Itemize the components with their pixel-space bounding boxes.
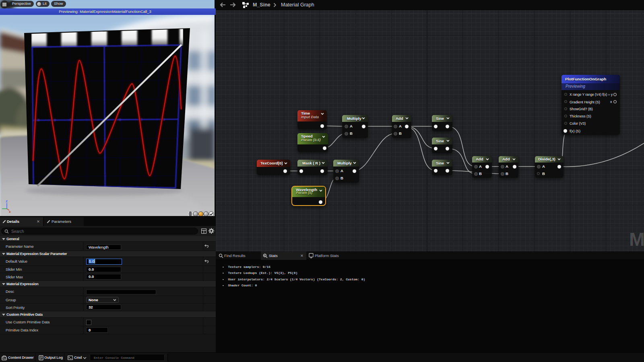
svg-text:Z: Z <box>6 200 8 203</box>
svg-text:x: x <box>9 210 11 214</box>
